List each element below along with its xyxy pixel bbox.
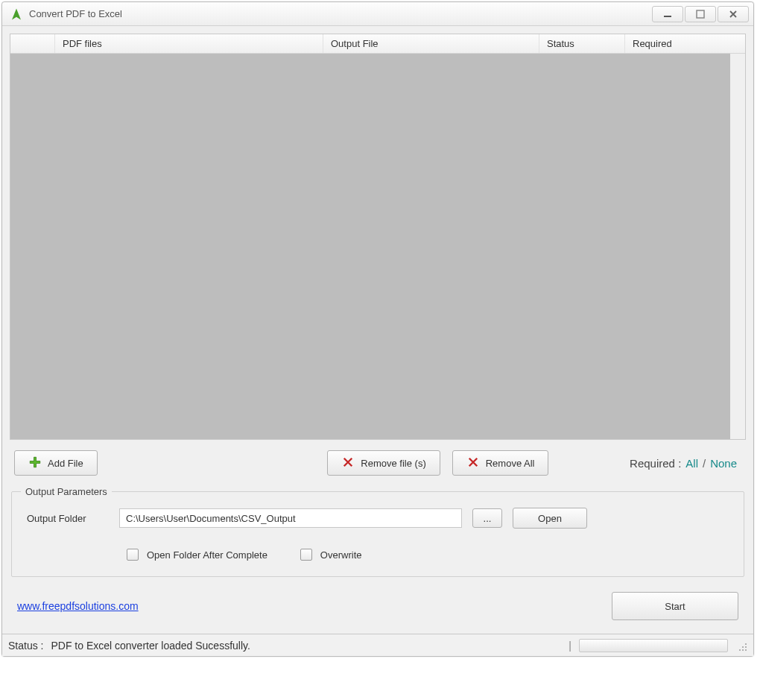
minimize-button[interactable] bbox=[652, 6, 683, 22]
maximize-button[interactable] bbox=[685, 6, 716, 22]
title-bar[interactable]: Convert PDF to Excel bbox=[2, 2, 753, 26]
output-folder-label: Output Folder bbox=[27, 513, 109, 524]
open-after-checkbox-input[interactable] bbox=[127, 549, 139, 561]
remove-all-button[interactable]: Remove All bbox=[452, 450, 549, 476]
svg-rect-1 bbox=[664, 16, 671, 17]
svg-point-3 bbox=[745, 643, 747, 645]
overwrite-checkbox[interactable]: Overwrite bbox=[297, 546, 362, 563]
remove-files-button[interactable]: Remove file (s) bbox=[327, 450, 440, 476]
svg-point-6 bbox=[739, 649, 741, 651]
output-parameters-legend: Output Parameters bbox=[21, 486, 112, 497]
status-prefix: Status : bbox=[8, 640, 43, 652]
footer-row: www.freepdfsolutions.com Start bbox=[10, 584, 746, 634]
x-icon bbox=[341, 455, 355, 471]
column-status[interactable]: Status bbox=[539, 34, 625, 53]
open-after-label: Open Folder After Complete bbox=[147, 549, 267, 561]
overwrite-checkbox-input[interactable] bbox=[300, 549, 312, 561]
column-spacer[interactable] bbox=[10, 34, 55, 53]
add-file-label: Add File bbox=[48, 458, 83, 469]
required-none-link[interactable]: None bbox=[710, 457, 737, 470]
close-button[interactable] bbox=[718, 6, 749, 22]
open-folder-button[interactable]: Open bbox=[513, 508, 587, 529]
required-selector: Required : All / None bbox=[630, 457, 737, 470]
app-window: Convert PDF to Excel PDF files Output Fi… bbox=[1, 1, 754, 657]
column-required[interactable]: Required bbox=[625, 34, 745, 53]
svg-point-4 bbox=[742, 646, 744, 648]
svg-rect-2 bbox=[697, 10, 704, 18]
browse-label: ... bbox=[484, 513, 492, 524]
progress-bar bbox=[579, 639, 728, 652]
website-link[interactable]: www.freepdfsolutions.com bbox=[17, 600, 139, 612]
output-parameters-group: Output Parameters Output Folder ... Open… bbox=[11, 486, 744, 577]
output-folder-input[interactable] bbox=[119, 508, 462, 528]
status-divider: | bbox=[569, 640, 571, 652]
svg-point-5 bbox=[745, 646, 747, 648]
required-slash: / bbox=[703, 457, 706, 470]
start-label: Start bbox=[665, 601, 685, 612]
x-icon bbox=[466, 455, 480, 471]
svg-point-7 bbox=[742, 649, 744, 651]
file-list-header: PDF files Output File Status Required bbox=[10, 34, 745, 54]
app-icon bbox=[10, 7, 23, 21]
required-all-link[interactable]: All bbox=[685, 457, 698, 470]
file-list-body[interactable] bbox=[10, 54, 745, 439]
window-controls bbox=[652, 6, 749, 22]
status-bar: Status : PDF to Excel converter loaded S… bbox=[2, 634, 753, 656]
window-title: Convert PDF to Excel bbox=[29, 8, 652, 19]
client-area: PDF files Output File Status Required Ad… bbox=[2, 26, 753, 634]
status-text: PDF to Excel converter loaded Sucessfull… bbox=[51, 640, 250, 652]
column-pdf-files[interactable]: PDF files bbox=[55, 34, 323, 53]
column-output-file[interactable]: Output File bbox=[323, 34, 539, 53]
plus-icon bbox=[28, 455, 42, 471]
add-file-button[interactable]: Add File bbox=[14, 450, 98, 476]
svg-point-8 bbox=[745, 649, 747, 651]
output-folder-row: Output Folder ... Open bbox=[21, 508, 735, 529]
browse-folder-button[interactable]: ... bbox=[472, 508, 502, 528]
start-button[interactable]: Start bbox=[612, 592, 738, 620]
remove-all-label: Remove All bbox=[486, 458, 535, 469]
open-label: Open bbox=[538, 513, 562, 524]
overwrite-label: Overwrite bbox=[320, 549, 362, 561]
required-label: Required : bbox=[630, 457, 681, 470]
resize-grip[interactable] bbox=[735, 640, 747, 652]
action-button-row: Add File Remove file (s) Remove All Requ… bbox=[10, 440, 746, 483]
file-list-panel: PDF files Output File Status Required bbox=[10, 34, 746, 440]
output-checks-row: Open Folder After Complete Overwrite bbox=[21, 546, 735, 563]
remove-files-label: Remove file (s) bbox=[361, 458, 425, 469]
svg-marker-0 bbox=[12, 8, 21, 19]
open-after-checkbox[interactable]: Open Folder After Complete bbox=[124, 546, 267, 563]
